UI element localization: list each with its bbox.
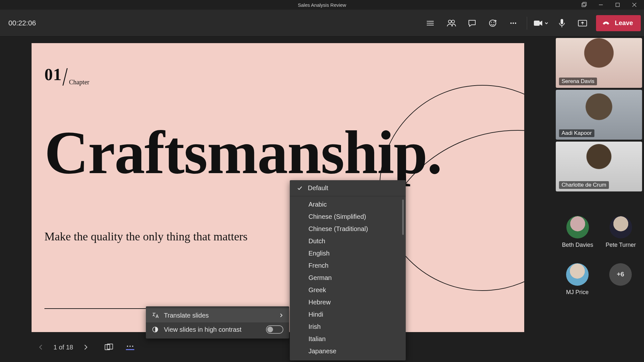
contrast-toggle[interactable] <box>266 325 283 334</box>
slide-settings-popup: Translate slides View slides in high con… <box>146 306 289 339</box>
people-button[interactable] <box>441 14 462 32</box>
participant-avatar[interactable]: Beth Davies <box>562 216 593 248</box>
avatar-image <box>566 216 589 238</box>
meeting-timer: 00:22:06 <box>8 19 36 27</box>
next-slide-button[interactable] <box>80 342 91 353</box>
hangup-icon <box>602 19 610 27</box>
share-screen-button[interactable] <box>572 14 593 32</box>
contrast-icon <box>152 326 159 333</box>
language-item[interactable]: Japanese <box>290 345 406 357</box>
avatar-row: Beth Davies Pete Turner <box>556 216 642 248</box>
leave-button[interactable]: Leave <box>596 15 641 31</box>
meeting-toolbar: 00:22:06 Leave <box>0 10 644 37</box>
video-tile[interactable]: Charlotte de Crum <box>556 142 642 191</box>
language-item[interactable]: Hindi <box>290 308 406 320</box>
svg-rect-20 <box>534 21 540 26</box>
high-contrast-menu-item[interactable]: View slides in high contrast <box>146 322 289 337</box>
language-submenu: Default Arabic Chinese (Simplified) Chin… <box>290 180 406 360</box>
microphone-toggle[interactable] <box>552 14 572 32</box>
language-list: Arabic Chinese (Simplified) Chinese (Tra… <box>290 196 406 360</box>
more-icon <box>126 345 134 350</box>
language-item[interactable]: Greek <box>290 284 406 296</box>
svg-point-15 <box>491 22 492 23</box>
language-item[interactable]: Italian <box>290 333 406 345</box>
language-item[interactable]: English <box>290 247 406 259</box>
stage-column: 01 / Chapter Craftsmanship. Make the qua… <box>0 37 554 362</box>
language-item[interactable]: Dutch <box>290 235 406 247</box>
participant-name: Aadi Kapoor <box>559 129 594 137</box>
slide-more-button[interactable] <box>125 342 136 353</box>
video-tile[interactable]: Aadi Kapoor <box>556 90 642 140</box>
participant-avatar[interactable]: MJ Price <box>566 263 589 296</box>
title-bar: Sales Analysis Review <box>0 0 644 10</box>
language-item[interactable]: German <box>290 272 406 284</box>
contrast-label: View slides in high contrast <box>164 326 242 333</box>
language-item[interactable]: Chinese (Simplified) <box>290 210 406 223</box>
window-controls <box>581 0 644 10</box>
svg-point-27 <box>127 346 128 347</box>
chapter-slash: / <box>62 61 68 92</box>
svg-point-19 <box>515 22 516 23</box>
slide-nav: 1 of 18 <box>0 336 554 358</box>
svg-point-13 <box>452 20 455 23</box>
chevron-right-icon <box>279 313 283 318</box>
leave-label: Leave <box>615 19 633 27</box>
svg-point-28 <box>129 346 131 347</box>
popout-icon[interactable] <box>581 2 587 8</box>
svg-point-16 <box>494 22 495 23</box>
language-item[interactable]: Irish <box>290 320 406 333</box>
language-item[interactable]: Chinese (Traditional) <box>290 223 406 235</box>
translate-slides-menu-item[interactable]: Translate slides <box>146 308 289 322</box>
svg-rect-1 <box>583 2 586 6</box>
translate-label: Translate slides <box>164 312 209 319</box>
check-icon <box>297 185 303 191</box>
language-item[interactable]: Arabic <box>290 198 406 210</box>
avatar-image <box>610 216 632 238</box>
overflow-badge: +6 <box>609 263 632 286</box>
chapter-number: 01 <box>44 65 62 84</box>
svg-point-29 <box>132 346 133 347</box>
video-tile[interactable]: Serena Davis <box>556 38 642 88</box>
chapter-label: Chapter <box>69 79 89 86</box>
chevron-down-icon <box>545 21 548 25</box>
chat-button[interactable] <box>462 14 482 32</box>
grid-view-button[interactable] <box>103 342 114 353</box>
participants-list-button[interactable] <box>421 14 441 32</box>
participant-name: Beth Davies <box>562 242 593 248</box>
participants-panel: Serena Davis Aadi Kapoor Charlotte de Cr… <box>554 37 644 362</box>
scrollbar-thumb[interactable] <box>402 200 404 235</box>
close-button[interactable] <box>631 2 638 8</box>
language-default-label: Default <box>308 184 328 192</box>
svg-rect-3 <box>616 3 620 7</box>
overflow-participants-button[interactable]: +6 <box>609 263 632 296</box>
participant-name: Serena Davis <box>559 78 597 85</box>
slide-wrap: 01 / Chapter Craftsmanship. Make the qua… <box>32 43 554 332</box>
participant-name: Pete Turner <box>606 242 636 248</box>
language-item[interactable]: Hebrew <box>290 296 406 308</box>
svg-point-17 <box>510 22 512 23</box>
chapter-marker: 01 / Chapter <box>44 62 89 84</box>
participant-name: Charlotte de Crum <box>559 181 609 189</box>
meeting-body: 01 / Chapter Craftsmanship. Make the qua… <box>0 37 644 362</box>
translate-icon <box>152 312 159 319</box>
more-actions-button[interactable] <box>503 14 524 32</box>
svg-point-12 <box>449 20 451 23</box>
avatar-image <box>566 263 589 286</box>
toolbar-divider <box>527 17 527 30</box>
slide-subtitle: Make the quality the only thing that mat… <box>44 230 248 243</box>
language-default-item[interactable]: Default <box>290 180 406 196</box>
svg-rect-0 <box>582 3 585 7</box>
presentation-slide: 01 / Chapter Craftsmanship. Make the qua… <box>32 43 524 332</box>
svg-point-18 <box>513 22 514 23</box>
prev-slide-button[interactable] <box>35 342 46 353</box>
camera-toggle[interactable] <box>530 20 552 27</box>
avatar-row: MJ Price +6 <box>556 263 642 296</box>
minimize-button[interactable] <box>598 2 604 8</box>
svg-point-9 <box>427 21 428 22</box>
participant-avatar[interactable]: Pete Turner <box>606 216 636 248</box>
language-item[interactable]: French <box>290 259 406 272</box>
participant-name: MJ Price <box>566 289 589 296</box>
slide-counter: 1 of 18 <box>53 344 73 351</box>
maximize-button[interactable] <box>614 2 621 8</box>
reactions-button[interactable] <box>482 14 503 32</box>
